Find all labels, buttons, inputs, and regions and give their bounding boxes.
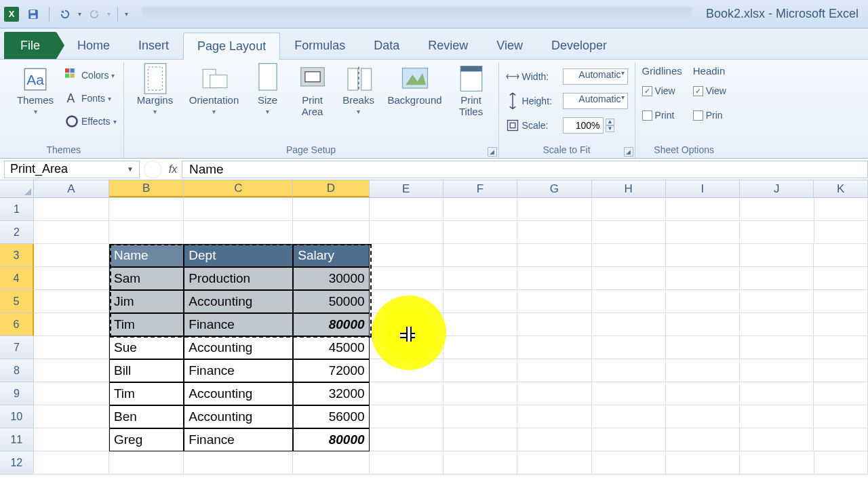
cell[interactable]: Accounting	[184, 405, 293, 428]
cell[interactable]	[370, 267, 443, 290]
cell[interactable]	[517, 359, 591, 382]
cell[interactable]	[814, 428, 868, 451]
cell[interactable]	[109, 451, 184, 474]
formula-input[interactable]: Name	[182, 161, 868, 178]
cell[interactable]: 50000	[293, 290, 369, 313]
cell[interactable]: Name	[109, 244, 184, 267]
cell[interactable]: Tim	[109, 313, 184, 336]
tab-developer[interactable]: Developer	[537, 32, 621, 59]
print-titles-button[interactable]: Print Titles	[451, 64, 492, 117]
cell[interactable]	[517, 221, 591, 244]
cell[interactable]	[592, 451, 666, 474]
cell[interactable]	[517, 313, 591, 336]
row-header[interactable]: 9	[0, 382, 34, 405]
cell[interactable]	[34, 244, 109, 267]
cell[interactable]: 72000	[293, 359, 369, 382]
tab-insert[interactable]: Insert	[124, 32, 183, 59]
col-F[interactable]: F	[443, 180, 517, 197]
cell[interactable]	[592, 428, 666, 451]
cell[interactable]	[109, 198, 184, 221]
col-I[interactable]: I	[666, 180, 740, 197]
cell[interactable]	[740, 382, 814, 405]
cell[interactable]: Finance	[184, 359, 293, 382]
col-E[interactable]: E	[370, 180, 443, 197]
cell[interactable]	[517, 267, 591, 290]
cell[interactable]	[34, 221, 109, 244]
cell[interactable]	[443, 198, 517, 221]
col-C[interactable]: C	[184, 180, 293, 197]
scale-down[interactable]: ▼	[606, 125, 615, 132]
cell[interactable]	[740, 428, 814, 451]
redo-button[interactable]	[85, 5, 103, 23]
cancel-formula-icon[interactable]	[144, 161, 161, 178]
colors-button[interactable]: Colors ▾	[65, 65, 117, 85]
cell[interactable]	[293, 198, 369, 221]
cell[interactable]	[740, 313, 814, 336]
row-header[interactable]: 12	[0, 451, 34, 474]
cell[interactable]	[592, 313, 666, 336]
cell[interactable]	[814, 290, 868, 313]
scale-up[interactable]: ▲	[606, 119, 615, 125]
cell[interactable]	[370, 290, 443, 313]
row-header[interactable]: 5	[0, 290, 34, 313]
cell[interactable]	[814, 267, 868, 290]
cell[interactable]	[443, 451, 517, 474]
cell[interactable]	[293, 451, 369, 474]
cell[interactable]	[592, 267, 666, 290]
headings-print-check[interactable]: Prin	[693, 105, 726, 125]
cell[interactable]	[517, 405, 591, 428]
tab-formulas[interactable]: Formulas	[280, 32, 359, 59]
qat-customize-icon[interactable]: ▾	[125, 10, 128, 18]
cell[interactable]	[370, 198, 443, 221]
cell[interactable]	[184, 198, 293, 221]
cell[interactable]	[666, 451, 740, 474]
cell[interactable]	[34, 290, 109, 313]
cell[interactable]	[666, 382, 740, 405]
cell[interactable]	[443, 290, 517, 313]
cell[interactable]	[293, 221, 369, 244]
cell[interactable]: Jim	[109, 290, 184, 313]
cell[interactable]	[814, 359, 868, 382]
row-header[interactable]: 2	[0, 221, 34, 244]
cell[interactable]	[740, 221, 814, 244]
cell[interactable]	[517, 382, 591, 405]
gridlines-print-check[interactable]: Print	[642, 105, 682, 125]
cell[interactable]	[370, 382, 443, 405]
cell[interactable]: Accounting	[184, 290, 293, 313]
scale-launcher[interactable]: ◢	[624, 147, 633, 157]
cell[interactable]	[34, 267, 109, 290]
cell[interactable]	[814, 198, 869, 221]
cell[interactable]	[443, 336, 517, 359]
cell[interactable]	[370, 428, 443, 451]
cell[interactable]	[34, 198, 109, 221]
cell[interactable]	[370, 359, 443, 382]
tab-data[interactable]: Data	[359, 32, 414, 59]
col-K[interactable]: K	[814, 180, 868, 197]
cell[interactable]	[666, 267, 740, 290]
row-header[interactable]: 10	[0, 405, 34, 428]
cell[interactable]	[443, 405, 517, 428]
scale-input[interactable]	[563, 117, 604, 134]
cell[interactable]: Greg	[109, 428, 184, 451]
page-setup-launcher[interactable]: ◢	[488, 147, 497, 157]
cell[interactable]	[443, 428, 517, 451]
height-select[interactable]: Automatic ▾	[563, 93, 628, 109]
cell[interactable]	[370, 405, 443, 428]
cell[interactable]: Salary	[293, 244, 369, 267]
fonts-button[interactable]: AFonts ▾	[65, 88, 117, 108]
cell[interactable]	[517, 336, 591, 359]
cell[interactable]	[666, 290, 740, 313]
cell[interactable]: Ben	[109, 405, 184, 428]
row-header[interactable]: 1	[0, 198, 34, 221]
background-button[interactable]: Background	[384, 64, 446, 106]
cell[interactable]	[592, 359, 666, 382]
effects-button[interactable]: Effects ▾	[65, 111, 117, 131]
cell[interactable]	[740, 451, 814, 474]
worksheet-grid[interactable]: A B C D E F G H I J K 123NameDeptSalary4…	[0, 180, 868, 488]
col-G[interactable]: G	[517, 180, 591, 197]
cell[interactable]: Sue	[109, 336, 184, 359]
cell[interactable]	[443, 244, 517, 267]
cell[interactable]: Dept	[184, 244, 293, 267]
cell[interactable]: Sam	[109, 267, 184, 290]
cell[interactable]	[370, 451, 443, 474]
